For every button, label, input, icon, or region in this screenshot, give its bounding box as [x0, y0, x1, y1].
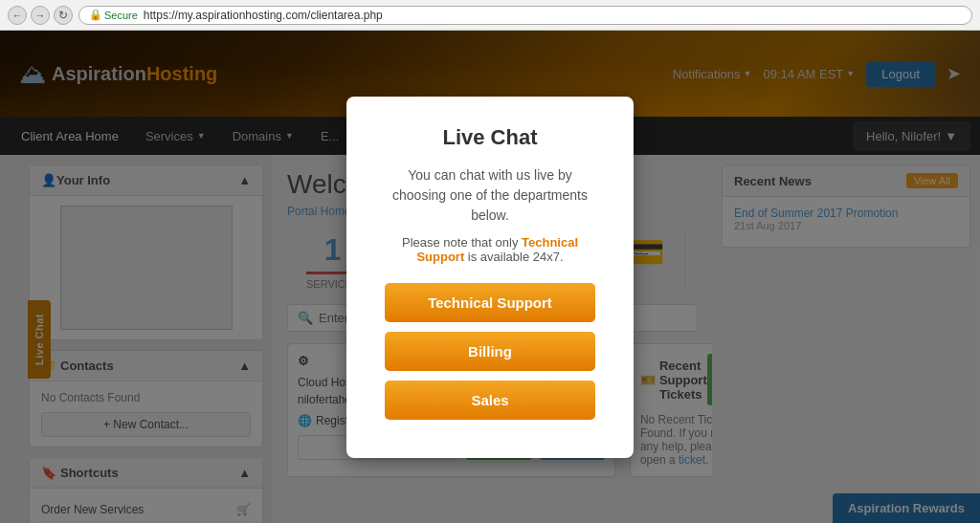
- browser-chrome: ← → ↻ 🔒 Secure https://my.aspirationhost…: [0, 0, 980, 31]
- modal-note: Please note that only Technical Support …: [385, 235, 595, 264]
- billing-label: Billing: [468, 343, 512, 360]
- live-chat-modal: Live Chat You can chat with us live by c…: [346, 97, 634, 458]
- browser-nav: ← → ↻: [8, 6, 73, 25]
- back-button[interactable]: ←: [8, 6, 27, 25]
- modal-overlay: Live Chat You can chat with us live by c…: [0, 31, 980, 523]
- technical-support-button[interactable]: Technical Support: [385, 283, 595, 322]
- modal-title: Live Chat: [385, 125, 595, 150]
- modal-note-prefix: Please note that only: [402, 235, 522, 250]
- modal-note-suffix: is available 24x7.: [464, 250, 563, 264]
- url-text: https://my.aspirationhosting.com/clienta…: [144, 9, 383, 22]
- technical-support-label: Technical Support: [428, 294, 552, 311]
- forward-button[interactable]: →: [31, 6, 50, 25]
- sales-label: Sales: [471, 392, 508, 408]
- lock-icon: 🔒: [89, 9, 102, 21]
- sales-button[interactable]: Sales: [385, 381, 595, 420]
- secure-label: Secure: [104, 10, 138, 21]
- address-bar[interactable]: 🔒 Secure https://my.aspirationhosting.co…: [78, 6, 972, 25]
- billing-button[interactable]: Billing: [385, 332, 595, 371]
- modal-body: You can chat with us live by choosing on…: [385, 165, 595, 226]
- secure-badge: 🔒 Secure: [89, 9, 138, 21]
- refresh-button[interactable]: ↻: [54, 6, 73, 25]
- site-wrapper: ⛰ AspirationHosting Notifications ▼ 09:1…: [0, 31, 980, 523]
